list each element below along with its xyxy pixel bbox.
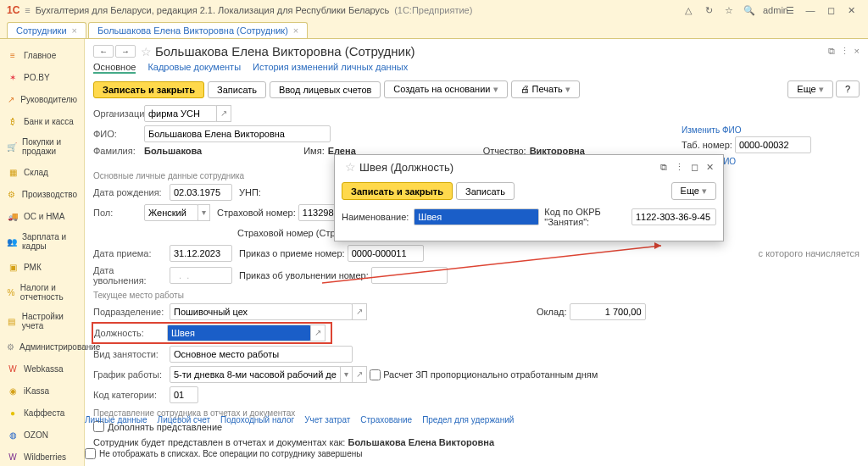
print-button[interactable]: 🖨 Печать — [511, 80, 580, 98]
fav-star-icon[interactable]: ☆ — [141, 45, 152, 58]
sidebar-item[interactable]: ⚙Администрирование — [0, 336, 84, 358]
fired-input[interactable] — [170, 267, 232, 284]
open-icon[interactable]: ↗ — [352, 303, 367, 320]
tab-close-icon[interactable]: × — [72, 25, 77, 36]
maximize-icon[interactable]: ◻ — [824, 5, 837, 16]
history-icon[interactable]: ↻ — [702, 5, 715, 16]
sex-input[interactable] — [144, 204, 198, 221]
subtab-hist[interactable]: История изменений личных данных — [253, 62, 408, 74]
category-input[interactable] — [170, 386, 198, 403]
subtab-kadr[interactable]: Кадровые документы — [147, 62, 241, 74]
star-icon[interactable]: ☆ — [722, 5, 736, 16]
search-icon[interactable]: 🔍 — [743, 5, 756, 16]
employment-input[interactable] — [170, 346, 353, 363]
open-icon[interactable]: ↗ — [310, 325, 326, 341]
maximize-icon[interactable]: ◻ — [687, 162, 701, 173]
minimize-icon[interactable]: — — [804, 5, 817, 15]
save-close-button[interactable]: Записать и закрыть — [93, 81, 204, 98]
hired-input[interactable] — [170, 245, 232, 262]
footer-costs[interactable]: Учет затрат — [304, 415, 350, 424]
schedule-input[interactable] — [170, 366, 341, 383]
burger-icon[interactable]: ≡ — [25, 5, 30, 15]
sidebar-item[interactable]: 🚚ОС и НМА — [0, 205, 84, 227]
dialog-more-button[interactable]: Еще — [671, 182, 716, 200]
sidebar-item[interactable]: ▣РМК — [0, 256, 84, 278]
sidebar-item[interactable]: ◉iKassa — [0, 380, 84, 402]
nav-back[interactable]: ← — [93, 45, 114, 58]
dialog-save-button[interactable]: Записать — [456, 182, 515, 200]
footer-personal[interactable]: Личные данные — [85, 415, 147, 424]
dropdown-icon[interactable]: ▾ — [340, 366, 353, 383]
fire-order-input[interactable] — [371, 267, 448, 284]
more-icon[interactable]: ⋮ — [840, 46, 849, 57]
sidebar-icon: ◉ — [7, 385, 19, 397]
unp-label: УНП: — [239, 187, 261, 197]
tab-employees[interactable]: Сотрудники× — [7, 22, 86, 38]
subtab-main[interactable]: Основное — [93, 62, 136, 74]
sidebar-label: Банк и касса — [24, 117, 74, 126]
dob-input[interactable] — [170, 184, 232, 201]
sidebar-label: ОС и НМА — [24, 212, 64, 221]
more-button[interactable]: Еще — [787, 80, 832, 98]
fio-input[interactable] — [144, 125, 331, 142]
position-input[interactable] — [167, 325, 311, 341]
sidebar-item[interactable]: WWildberries — [0, 446, 84, 466]
save-button[interactable]: Записать — [208, 81, 266, 98]
hide-checkbox[interactable] — [85, 448, 96, 459]
more-icon[interactable]: ⋮ — [672, 162, 686, 173]
fav-star-icon[interactable]: ☆ — [345, 160, 356, 174]
order-input[interactable] — [348, 245, 424, 262]
open-icon[interactable]: ↗ — [352, 366, 367, 383]
close-icon[interactable]: × — [854, 46, 860, 57]
sidebar-icon: ● — [7, 407, 19, 419]
close-app-icon[interactable]: ✕ — [844, 5, 858, 16]
user-label[interactable]: admin — [763, 5, 776, 15]
sidebar-icon: ◍ — [7, 429, 19, 441]
detach-icon[interactable]: ⧉ — [828, 46, 835, 57]
alert-icon[interactable]: △ — [682, 5, 695, 16]
toolbar: Записать и закрыть Записать Ввод лицевых… — [93, 80, 860, 98]
sidebar-icon: ▣ — [7, 261, 19, 273]
menu-icon[interactable]: ☰ — [783, 5, 797, 16]
dialog-save-close-button[interactable]: Записать и закрыть — [342, 182, 453, 200]
tab-employee-card[interactable]: Большакова Елена Викторовна (Сотрудник)× — [88, 22, 308, 38]
sidebar-item[interactable]: ▦Склад — [0, 161, 84, 183]
sidebar-item[interactable]: ₿Банк и касса — [0, 110, 84, 132]
tabno-input[interactable] — [735, 136, 811, 153]
sidebar-item[interactable]: ◍OZON — [0, 424, 84, 446]
org-input[interactable] — [144, 105, 217, 122]
sidebar-item[interactable]: %Налоги и отчетность — [0, 278, 84, 307]
tab-close-icon[interactable]: × — [293, 25, 298, 36]
footer-tax[interactable]: Подоходный налог — [220, 415, 294, 424]
close-icon[interactable]: ✕ — [703, 162, 716, 173]
titlebar: 1С ≡ Бухгалтерия для Беларуси, редакция … — [0, 0, 868, 20]
dialog-name-input[interactable] — [414, 208, 539, 225]
dropdown-icon[interactable]: ▾ — [198, 204, 210, 221]
nav-fwd[interactable]: → — [115, 45, 136, 58]
salary-prop-checkbox[interactable] — [370, 369, 381, 380]
open-icon[interactable]: ↗ — [216, 105, 231, 122]
detach-icon[interactable]: ⧉ — [657, 162, 670, 173]
change-fio-link[interactable]: Изменить ФИО — [682, 125, 860, 135]
sidebar-item[interactable]: WWebkassa — [0, 358, 84, 380]
footer-limit[interactable]: Предел для удержаний — [422, 415, 514, 424]
sidebar-item[interactable]: ✶PO.BY — [0, 66, 84, 88]
sidebar-item[interactable]: 🛒Покупки и продажи — [0, 132, 84, 161]
dialog-code-input[interactable] — [632, 208, 716, 225]
sidebar-item[interactable]: ≡Главное — [0, 44, 84, 66]
footer-ins[interactable]: Страхование — [360, 415, 412, 424]
help-button[interactable]: ? — [836, 80, 860, 97]
footer-account[interactable]: Лицевой счет — [158, 415, 210, 424]
salary-input[interactable] — [570, 303, 646, 320]
sidebar-item[interactable]: 👥Зарплата и кадры — [0, 227, 84, 256]
sidebar-item[interactable]: ↗Руководителю — [0, 88, 84, 110]
sidebar-icon: % — [7, 286, 15, 298]
dept-input[interactable] — [170, 303, 353, 320]
sidebar-item[interactable]: ⚙Производство — [0, 183, 84, 205]
schedule-label: График работы: — [93, 369, 170, 380]
accounts-button[interactable]: Ввод лицевых счетов — [270, 81, 381, 98]
sidebar-item[interactable]: ●Каффеста — [0, 402, 84, 424]
create-on-button[interactable]: Создать на основании — [384, 80, 507, 98]
sidebar-icon: 🚚 — [7, 210, 19, 222]
sidebar-item[interactable]: ▤Настройки учета — [0, 307, 84, 336]
